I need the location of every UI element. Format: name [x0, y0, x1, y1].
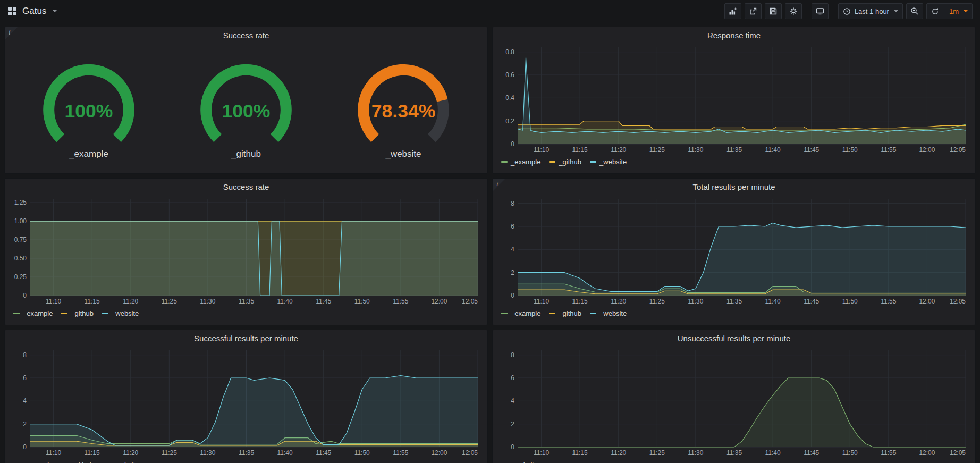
legend-item-_website[interactable]: _website	[590, 158, 627, 166]
panel-info-corner[interactable]: i	[493, 179, 505, 191]
legend-item-_example[interactable]: _example	[501, 309, 540, 317]
svg-text:11:55: 11:55	[393, 449, 408, 457]
svg-text:11:45: 11:45	[804, 298, 819, 305]
navbar-right: Last 1 hour 1m	[724, 3, 973, 19]
svg-text:11:55: 11:55	[393, 298, 408, 305]
chart-unsuccessful-results[interactable]: 0246811:1011:1511:2011:2511:3011:3511:40…	[498, 346, 970, 459]
refresh-controls[interactable]: 1m	[926, 3, 973, 19]
gauge-_example: 100% _example	[10, 54, 167, 159]
panel-title[interactable]: Success rate	[10, 27, 482, 43]
chart-response-time[interactable]: 00.20.40.60.811:1011:1511:2011:2511:3011…	[498, 43, 970, 156]
caret-down-icon	[964, 10, 968, 12]
svg-text:12:00: 12:00	[919, 449, 935, 457]
svg-text:11:30: 11:30	[688, 298, 703, 305]
svg-text:11:45: 11:45	[804, 449, 819, 457]
legend-item-_example[interactable]: _example	[13, 309, 53, 317]
legend-label: _example	[23, 461, 53, 463]
dashboard-title[interactable]: Gatus	[22, 6, 46, 16]
add-panel-button[interactable]	[724, 3, 741, 19]
svg-text:12:05: 12:05	[462, 298, 478, 305]
share-button[interactable]	[745, 3, 762, 19]
settings-button[interactable]	[785, 3, 802, 19]
svg-text:12:05: 12:05	[462, 449, 478, 457]
panel-title[interactable]: Total results per minute	[498, 179, 970, 195]
svg-text:11:40: 11:40	[277, 449, 293, 457]
chart-successful-results[interactable]: 0246811:1011:1511:2011:2511:3011:3511:40…	[10, 346, 482, 459]
svg-text:11:55: 11:55	[881, 298, 896, 305]
svg-text:11:35: 11:35	[239, 449, 254, 457]
panel-title[interactable]: Successful results per minute	[10, 330, 482, 346]
svg-text:11:25: 11:25	[649, 449, 665, 457]
zoom-out-button[interactable]	[906, 3, 923, 19]
svg-text:0: 0	[511, 443, 514, 451]
chart-total-results[interactable]: 0246811:1011:1511:2011:2511:3011:3511:40…	[498, 195, 970, 307]
time-range-picker[interactable]: Last 1 hour	[838, 3, 903, 19]
svg-text:11:35: 11:35	[726, 298, 742, 305]
svg-text:0: 0	[511, 292, 514, 299]
legend-swatch	[102, 313, 108, 314]
gauge-label: _github	[167, 149, 325, 159]
panel-unsuccessful-results: Unsuccessful results per minute 0246811:…	[492, 330, 976, 463]
panel-title[interactable]: Response time	[498, 27, 970, 43]
svg-text:11:15: 11:15	[572, 449, 588, 457]
chart-legend: _example_github_website	[10, 459, 482, 463]
gauge-label: _website	[325, 149, 482, 159]
settings-gear-icon	[789, 7, 798, 15]
svg-text:12:05: 12:05	[950, 298, 966, 305]
caret-down-icon	[53, 10, 57, 12]
panel-response-time: Response time 00.20.40.60.811:1011:1511:…	[492, 27, 976, 174]
svg-text:11:10: 11:10	[534, 146, 549, 154]
panel-success-rate-gauges: i Success rate 100% _example 100% _githu…	[4, 27, 488, 174]
save-button[interactable]	[765, 3, 782, 19]
tv-mode-button[interactable]	[812, 3, 829, 19]
legend-label: _github	[71, 461, 94, 463]
svg-text:0.25: 0.25	[14, 273, 27, 281]
legend-item-_website[interactable]: _website	[102, 461, 139, 463]
svg-text:0: 0	[23, 292, 27, 299]
svg-text:11:40: 11:40	[277, 298, 293, 305]
legend-label: _website	[112, 309, 139, 317]
svg-text:11:45: 11:45	[316, 449, 331, 457]
legend-item-_website[interactable]: _website	[590, 309, 627, 317]
gauge-value: 100%	[65, 100, 113, 122]
chart-svg: 0246811:1011:1511:2011:2511:3011:3511:40…	[10, 346, 482, 459]
panel-total-results: i Total results per minute 0246811:1011:…	[492, 178, 976, 325]
svg-text:11:15: 11:15	[85, 298, 100, 305]
legend-item-_example[interactable]: _example	[501, 158, 540, 166]
chart-svg: 00.20.40.60.811:1011:1511:2011:2511:3011…	[498, 43, 970, 156]
legend-item-_website[interactable]: _website	[102, 309, 139, 317]
svg-text:11:10: 11:10	[46, 298, 61, 305]
svg-text:11:15: 11:15	[572, 146, 588, 154]
chart-legend: _example_github_website	[498, 307, 970, 319]
svg-text:11:50: 11:50	[842, 449, 858, 457]
legend-item-_example[interactable]: _example	[13, 461, 53, 463]
divider	[944, 7, 944, 15]
dashboard-grid-icon[interactable]	[7, 6, 17, 16]
svg-text:6: 6	[511, 223, 514, 230]
chart-svg: 0246811:1011:1511:2011:2511:3011:3511:40…	[498, 346, 970, 459]
navbar: Gatus Last 1 hour	[0, 0, 980, 22]
legend-item-_website[interactable]: _website	[501, 461, 538, 463]
gauge-arc: 100%	[174, 54, 318, 150]
svg-text:0.8: 0.8	[505, 48, 514, 56]
panel-title[interactable]: Unsuccessful results per minute	[498, 330, 970, 346]
legend-swatch	[13, 313, 20, 314]
legend-item-_github[interactable]: _github	[61, 309, 94, 317]
chart-legend: _example_github_website	[10, 307, 482, 319]
svg-text:11:30: 11:30	[200, 449, 215, 457]
legend-label: _github	[559, 309, 581, 317]
legend-item-_github[interactable]: _github	[61, 461, 94, 463]
chart-success-rate[interactable]: 00.250.500.751.001.2511:1011:1511:2011:2…	[10, 195, 482, 307]
gauge-row: 100% _example 100% _github 78.34% _websi…	[10, 43, 482, 171]
panel-info-corner[interactable]: i	[5, 27, 18, 40]
legend-item-_github[interactable]: _github	[549, 158, 581, 166]
legend-label: _website	[511, 461, 538, 463]
grafana-dashboard: Gatus Last 1 hour	[0, 0, 980, 463]
legend-item-_github[interactable]: _github	[549, 309, 581, 317]
panel-title[interactable]: Success rate	[10, 179, 482, 195]
svg-text:11:45: 11:45	[804, 146, 819, 154]
refresh-interval-label: 1m	[949, 7, 959, 15]
svg-text:2: 2	[23, 420, 27, 428]
svg-text:11:25: 11:25	[649, 298, 665, 305]
time-range-label: Last 1 hour	[855, 7, 889, 15]
